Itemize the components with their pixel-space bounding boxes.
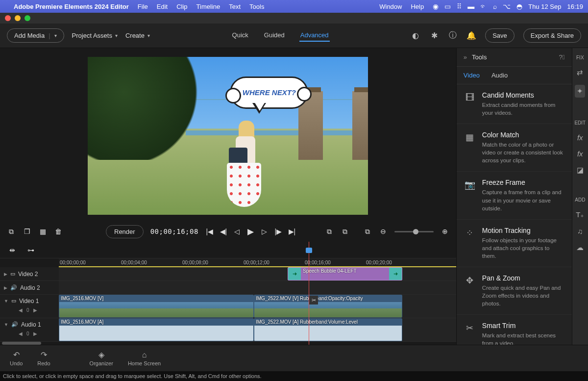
minimize-window-icon[interactable] [15, 15, 21, 21]
prev-keyframe-icon[interactable]: ◀ [19, 307, 23, 313]
clip-audio1-a[interactable]: IMG_2516.MOV [A] [59, 318, 254, 341]
add-media-button[interactable]: Add Media | ▾ [7, 28, 64, 43]
home-screen-button[interactable]: ⌂Home Screen [128, 351, 161, 366]
timecode-display[interactable]: 00;00;16;08 [150, 228, 198, 235]
siri-icon[interactable]: ◓ [516, 2, 522, 10]
rail-levels-icon[interactable]: ◪ [577, 166, 584, 175]
timeline-ruler[interactable]: 00;00;00;00 00;00;04;00 00;00;08;00 00;0… [59, 258, 456, 267]
monitor-b-icon[interactable]: ⧉ [341, 228, 349, 236]
panel-tab-video[interactable]: Video [464, 72, 480, 79]
displays-icon[interactable]: ▭ [444, 2, 451, 10]
rail-music-icon[interactable]: ♫ [577, 227, 583, 235]
speech-bubble-overlay[interactable]: WHERE NEXT? [230, 76, 313, 121]
clip-speech-bubble[interactable]: ➜ Speech Bubble 04-LEFT ➜ [288, 267, 402, 280]
menu-edit[interactable]: Edit [157, 3, 168, 10]
menu-clip[interactable]: Clip [176, 3, 187, 10]
timeline[interactable]: ⇹ ⊶ 00;00;00;00 00;00;04;00 00;00;08;00 … [0, 242, 456, 345]
control-center-icon[interactable]: ⌥ [503, 2, 511, 10]
tab-guided[interactable]: Guided [263, 29, 286, 42]
rail-fix[interactable]: FIX [576, 55, 584, 60]
preview-monitor[interactable]: WHERE NEXT? [88, 57, 368, 215]
horizontal-scrollbar[interactable] [2, 342, 41, 345]
collapse-panel-icon[interactable]: » [464, 53, 467, 61]
tool-freeze-frame[interactable]: 📷Freeze FrameCapture a frame from a clip… [457, 172, 572, 219]
expand-icon[interactable]: ▶ [4, 272, 7, 277]
menu-help[interactable]: Help [411, 3, 424, 10]
tool-color-match[interactable]: ▦Color MatchMatch the color of a photo o… [457, 124, 572, 172]
trash-icon[interactable]: 🗑 [54, 228, 63, 235]
magnet-icon[interactable]: ⊶ [26, 246, 35, 254]
safe-zones-icon[interactable]: ⧉ [363, 228, 372, 236]
clip-video1-a[interactable]: IMG_2516.MOV [V] [59, 295, 254, 318]
transition-in-icon[interactable]: ➜ [288, 268, 301, 280]
rail-adjust-icon[interactable]: ⇄ [577, 68, 583, 77]
next-keyframe-icon[interactable]: ▶ [33, 307, 37, 313]
grid-icon[interactable]: ▦ [38, 228, 47, 235]
speaker-icon[interactable]: 🔊 [11, 321, 18, 328]
menu-window[interactable]: Window [379, 3, 402, 10]
speaker-icon[interactable]: 🔊 [10, 284, 17, 291]
tool-smart-trim[interactable]: ✂Smart TrimMark and extract best scenes … [457, 315, 572, 345]
rail-tools-icon[interactable]: ✦ [575, 85, 585, 98]
wifi-icon[interactable]: ᯤ [480, 2, 487, 10]
transition-out-icon[interactable]: ➜ [389, 268, 402, 280]
panel-tab-audio[interactable]: Audio [491, 72, 508, 79]
rail-fx2-icon[interactable]: fx [577, 150, 583, 158]
prev-keyframe-icon[interactable]: ◀ [19, 331, 23, 336]
chevron-down-icon[interactable]: ▾ [54, 33, 57, 38]
graph-icon[interactable]: ⠿ [457, 2, 462, 10]
step-back-icon[interactable]: ◀| [219, 228, 228, 235]
step-forward-icon[interactable]: |▶ [274, 228, 283, 235]
rail-titles-icon[interactable]: T₊ [576, 210, 584, 219]
help-icon[interactable]: ?⃝ [559, 53, 565, 61]
expand-icon[interactable]: ▶ [4, 285, 7, 290]
record-icon[interactable]: ◉ [433, 2, 439, 10]
search-icon[interactable]: ⌕ [493, 2, 497, 10]
collapse-icon[interactable]: ▼ [4, 299, 8, 304]
menu-text[interactable]: Text [229, 3, 241, 10]
contrast-icon[interactable]: ◐ [411, 31, 420, 41]
next-keyframe-icon[interactable]: ▶ [33, 331, 37, 336]
undo-button[interactable]: ↶Undo [10, 350, 23, 366]
play-icon[interactable]: ▶ [246, 227, 255, 237]
tool-candid-moments[interactable]: 🎞Candid MomentsExtract candid moments fr… [457, 84, 572, 124]
eye-icon[interactable]: ▭ [11, 298, 16, 304]
zoom-out-icon[interactable]: ⊖ [379, 228, 388, 235]
rail-edit[interactable]: EDIT [574, 120, 586, 126]
rail-graphics-icon[interactable]: ☁ [576, 243, 584, 252]
render-button[interactable]: Render [106, 225, 144, 238]
frames-icon[interactable]: ❐ [23, 228, 31, 235]
collapse-icon[interactable]: ▼ [4, 322, 8, 327]
menubar-date[interactable]: Thu 12 Sep [528, 3, 561, 10]
tool-motion-tracking[interactable]: ⁘Motion TrackingFollow objects in your f… [457, 220, 572, 267]
project-assets-dropdown[interactable]: Project Assets ▾ [72, 32, 118, 39]
menubar-time[interactable]: 16:19 [567, 3, 583, 10]
go-to-end-icon[interactable]: ▶| [288, 228, 296, 235]
frame-forward-icon[interactable]: ▷ [260, 228, 269, 235]
playhead[interactable] [309, 242, 309, 345]
track-sizing-icon[interactable]: ⇹ [8, 246, 17, 254]
battery-icon[interactable]: ▬ [467, 2, 474, 10]
gear-icon[interactable]: ✱ [429, 31, 439, 41]
menu-tools[interactable]: Tools [249, 3, 264, 10]
razor-icon[interactable]: ✂ [309, 296, 318, 305]
tab-quick[interactable]: Quick [231, 29, 249, 42]
menu-timeline[interactable]: Timeline [196, 3, 220, 10]
zoom-in-icon[interactable]: ⊕ [441, 228, 449, 235]
clip-video1-b[interactable]: IMG_2522.MOV [V] Rubberband:Opacity:Opac… [254, 295, 402, 318]
tab-advanced[interactable]: Advanced [299, 29, 330, 42]
eye-icon[interactable]: ▭ [10, 271, 15, 277]
menu-file[interactable]: File [138, 3, 148, 10]
redo-button[interactable]: ↷Redo [37, 350, 50, 366]
export-share-button[interactable]: Export & Share [523, 28, 581, 43]
clip-audio1-b[interactable]: IMG_2522.MOV [A] Rubberband:Volume:Level [254, 318, 402, 341]
zoom-slider[interactable] [394, 231, 434, 232]
create-dropdown[interactable]: Create ▾ [125, 32, 150, 39]
organizer-button[interactable]: ◈Organizer [90, 350, 113, 366]
save-button[interactable]: Save [485, 28, 514, 43]
frame-back-icon[interactable]: ◁ [233, 228, 242, 235]
monitor-a-icon[interactable]: ⧉ [325, 228, 334, 236]
bell-icon[interactable]: 🔔 [466, 31, 476, 41]
capture-icon[interactable]: ⧉ [7, 228, 16, 236]
info-icon[interactable]: ⓘ [448, 31, 458, 41]
